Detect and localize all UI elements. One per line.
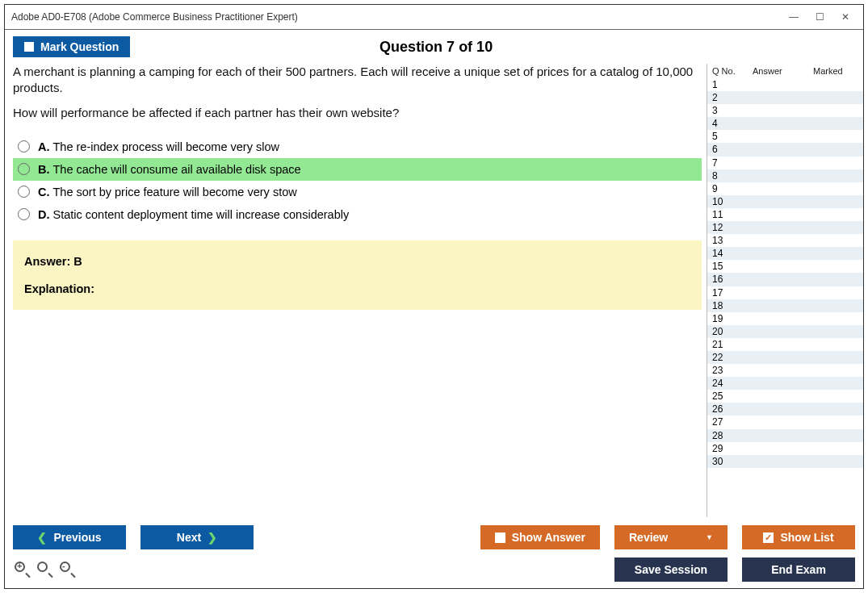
mark-label: Mark Question — [40, 40, 119, 53]
checkbox-icon: ✓ — [763, 532, 774, 543]
save-session-button[interactable]: Save Session — [614, 558, 728, 582]
option-text: The re-index process will become very sl… — [53, 140, 279, 153]
option-letter: B. — [38, 163, 50, 176]
radio-icon — [18, 208, 30, 220]
minimize-button[interactable]: — — [782, 8, 805, 26]
list-header: Q No. Answer Marked — [707, 64, 863, 78]
radio-icon — [18, 140, 30, 152]
question-panel: A merchant is planning a camping for eac… — [13, 64, 707, 517]
list-row[interactable]: 25 — [707, 390, 863, 403]
chevron-down-icon: ▼ — [706, 533, 713, 541]
checkbox-icon — [495, 532, 505, 543]
titlebar: Adobe AD0-E708 (Adobe Commerce Business … — [5, 5, 863, 30]
radio-icon — [18, 163, 30, 175]
option-letter: D. — [38, 208, 50, 221]
list-row[interactable]: 7 — [707, 157, 863, 169]
button-row-2: + - Save Session End Exam — [13, 558, 855, 582]
list-row[interactable]: 28 — [707, 429, 863, 442]
mark-question-button[interactable]: Mark Question — [13, 36, 130, 57]
list-row[interactable]: 15 — [707, 260, 863, 273]
option-text: Static content deployment time will incr… — [53, 208, 350, 221]
content: A merchant is planning a camping for eac… — [5, 64, 863, 517]
list-row[interactable]: 6 — [707, 143, 863, 156]
option-letter: A. — [38, 140, 50, 153]
col-answer: Answer — [744, 66, 813, 76]
checkbox-icon — [24, 42, 34, 52]
list-row[interactable]: 23 — [707, 364, 863, 377]
window-title: Adobe AD0-E708 (Adobe Commerce Business … — [11, 11, 782, 23]
option-text: The sort by price feature will become ve… — [53, 186, 297, 198]
header: Mark Question Question 7 of 10 — [5, 30, 863, 64]
button-row-1: ❮ Previous Next ❯ Show Answer Review ▼ ✓… — [13, 525, 855, 549]
list-row[interactable]: 29 — [707, 442, 863, 455]
list-row[interactable]: 3 — [707, 104, 863, 117]
list-row[interactable]: 30 — [707, 455, 863, 468]
maximize-button[interactable]: ☐ — [808, 8, 831, 26]
list-row[interactable]: 17 — [707, 286, 863, 299]
list-body[interactable]: 1234567891011121314151617181920212223242… — [707, 78, 863, 517]
window-controls: — ☐ ✕ — [782, 8, 857, 26]
question-counter: Question 7 of 10 — [130, 39, 742, 56]
end-exam-button[interactable]: End Exam — [742, 558, 855, 582]
chevron-left-icon: ❮ — [37, 531, 47, 544]
list-row[interactable]: 24 — [707, 377, 863, 390]
zoom-in-icon[interactable]: + — [15, 562, 31, 578]
list-row[interactable]: 18 — [707, 299, 863, 312]
zoom-reset-icon[interactable] — [37, 562, 53, 578]
list-row[interactable]: 22 — [707, 351, 863, 364]
bottom-bar: ❮ Previous Next ❯ Show Answer Review ▼ ✓… — [5, 517, 863, 588]
list-row[interactable]: 12 — [707, 221, 863, 234]
list-row[interactable]: 13 — [707, 234, 863, 247]
zoom-controls: + - — [13, 562, 76, 578]
list-row[interactable]: 4 — [707, 117, 863, 130]
option-c[interactable]: C.The sort by price feature will become … — [13, 181, 702, 203]
answer-label: Answer: B — [24, 255, 690, 268]
list-row[interactable]: 20 — [707, 325, 863, 338]
next-button[interactable]: Next ❯ — [140, 525, 254, 549]
list-row[interactable]: 1 — [707, 78, 863, 91]
chevron-right-icon: ❯ — [208, 531, 217, 544]
list-row[interactable]: 26 — [707, 403, 863, 416]
list-row[interactable]: 8 — [707, 169, 863, 182]
list-row[interactable]: 5 — [707, 130, 863, 143]
app-window: Adobe AD0-E708 (Adobe Commerce Business … — [4, 4, 864, 589]
option-d[interactable]: D.Static content deployment time will in… — [13, 203, 702, 226]
option-text: The cache will consume ail available dis… — [53, 163, 301, 176]
list-row[interactable]: 21 — [707, 338, 863, 351]
list-row[interactable]: 2 — [707, 91, 863, 104]
question-text-1: A merchant is planning a camping for eac… — [13, 64, 702, 97]
previous-button[interactable]: ❮ Previous — [13, 525, 126, 549]
question-list-panel: Q No. Answer Marked 12345678910111213141… — [707, 64, 863, 517]
list-row[interactable]: 14 — [707, 247, 863, 260]
list-row[interactable]: 11 — [707, 208, 863, 221]
col-marked: Marked — [813, 66, 858, 76]
explanation-label: Explanation: — [24, 282, 690, 295]
question-text-2: How will performance be affected if each… — [13, 105, 702, 121]
show-list-button[interactable]: ✓ Show List — [742, 525, 855, 549]
list-row[interactable]: 16 — [707, 273, 863, 286]
zoom-out-icon[interactable]: - — [60, 562, 76, 578]
radio-icon — [18, 186, 30, 198]
list-row[interactable]: 9 — [707, 182, 863, 195]
option-a[interactable]: A.The re-index process will become very … — [13, 136, 702, 158]
list-row[interactable]: 27 — [707, 416, 863, 428]
review-button[interactable]: Review ▼ — [614, 525, 728, 549]
options-list: A.The re-index process will become very … — [13, 136, 702, 226]
option-letter: C. — [38, 186, 50, 198]
answer-box: Answer: B Explanation: — [13, 240, 702, 310]
col-qno: Q No. — [712, 66, 744, 76]
show-answer-button[interactable]: Show Answer — [480, 525, 600, 549]
list-row[interactable]: 19 — [707, 312, 863, 325]
list-row[interactable]: 10 — [707, 195, 863, 208]
close-button[interactable]: ✕ — [834, 8, 857, 26]
option-b[interactable]: B.The cache will consume ail available d… — [13, 158, 702, 181]
